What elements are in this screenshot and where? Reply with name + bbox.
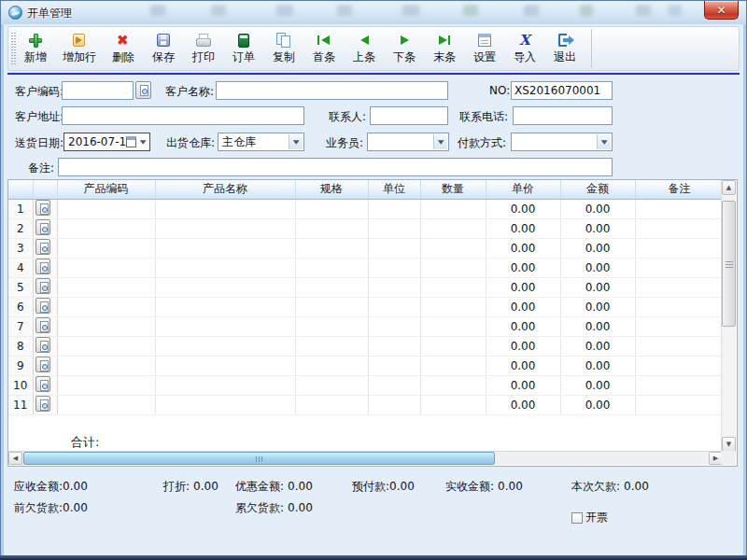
remark-cell[interactable] xyxy=(635,356,724,375)
product-lookup-button[interactable] xyxy=(35,200,50,216)
quantity-cell[interactable] xyxy=(420,356,486,375)
spec-cell[interactable] xyxy=(295,356,368,375)
remark-cell[interactable] xyxy=(635,277,724,297)
phone-input[interactable] xyxy=(513,106,613,125)
quantity-cell[interactable] xyxy=(420,297,486,316)
scroll-down-icon[interactable]: ▼ xyxy=(722,437,736,452)
customer-lookup-button[interactable] xyxy=(135,81,151,99)
unit-price-cell[interactable]: 0.00 xyxy=(486,199,560,218)
product-name-cell[interactable] xyxy=(155,258,295,277)
product-name-cell[interactable] xyxy=(155,218,295,238)
unit-cell[interactable] xyxy=(368,375,420,395)
spec-cell[interactable] xyxy=(295,297,368,316)
amount-cell[interactable]: 0.00 xyxy=(560,336,635,356)
amount-cell[interactable]: 0.00 xyxy=(560,238,635,258)
product-lookup-button[interactable] xyxy=(35,298,50,314)
product-lookup-button[interactable] xyxy=(35,396,50,412)
quantity-cell[interactable] xyxy=(420,316,486,336)
vertical-scrollbar[interactable]: ▲ ▼ xyxy=(721,180,736,452)
remark-cell[interactable] xyxy=(635,316,724,336)
unit-price-cell[interactable]: 0.00 xyxy=(486,336,560,356)
unit-price-cell[interactable]: 0.00 xyxy=(486,375,560,395)
amount-cell[interactable]: 0.00 xyxy=(560,297,635,316)
remark-cell[interactable] xyxy=(635,297,724,316)
horizontal-scrollbar[interactable]: ◀ ▶ xyxy=(8,451,723,465)
quantity-cell[interactable] xyxy=(420,199,486,218)
product-lookup-button[interactable] xyxy=(35,219,50,235)
remark-cell[interactable] xyxy=(635,218,724,238)
quantity-cell[interactable] xyxy=(420,375,486,395)
unit-cell[interactable] xyxy=(368,336,420,356)
amount-cell[interactable]: 0.00 xyxy=(560,395,635,414)
unit-price-cell[interactable]: 0.00 xyxy=(486,277,560,297)
customer-name-input[interactable] xyxy=(216,81,448,100)
remark-cell[interactable] xyxy=(635,258,724,277)
product-code-cell[interactable] xyxy=(57,238,155,258)
product-code-cell[interactable] xyxy=(57,356,155,375)
spec-cell[interactable] xyxy=(295,395,368,414)
product-code-cell[interactable] xyxy=(57,199,155,218)
unit-price-cell[interactable]: 0.00 xyxy=(486,395,560,414)
quantity-cell[interactable] xyxy=(420,218,486,238)
product-code-cell[interactable] xyxy=(57,395,155,414)
toolbar-button-save[interactable]: 保存 xyxy=(146,30,181,67)
toolbar-button-prev[interactable]: 上条 xyxy=(346,30,382,67)
unit-cell[interactable] xyxy=(368,297,420,316)
spec-cell[interactable] xyxy=(295,218,368,238)
product-code-cell[interactable] xyxy=(57,218,155,238)
product-code-cell[interactable] xyxy=(57,336,155,356)
product-lookup-button[interactable] xyxy=(35,376,50,392)
toolbar-button-next[interactable]: 下条 xyxy=(387,30,422,67)
spec-cell[interactable] xyxy=(295,258,368,277)
toolbar-button-settings[interactable]: 设置 xyxy=(467,30,502,67)
amount-cell[interactable]: 0.00 xyxy=(560,199,635,218)
product-name-cell[interactable] xyxy=(155,356,295,375)
product-code-cell[interactable] xyxy=(57,297,155,316)
product-lookup-button[interactable] xyxy=(35,259,50,274)
salesman-select[interactable] xyxy=(367,133,449,151)
order-no-input[interactable] xyxy=(511,81,613,100)
customer-code-input[interactable] xyxy=(62,81,134,100)
toolbar-button-order[interactable]: 订单 xyxy=(226,30,261,67)
product-name-cell[interactable] xyxy=(155,395,295,414)
toolbar-button-add-row[interactable]: 增加行 xyxy=(58,30,101,67)
spec-cell[interactable] xyxy=(295,199,368,218)
unit-cell[interactable] xyxy=(368,316,420,336)
unit-price-cell[interactable]: 0.00 xyxy=(486,356,560,375)
spec-cell[interactable] xyxy=(295,316,368,336)
product-lookup-button[interactable] xyxy=(35,357,50,372)
product-name-cell[interactable] xyxy=(155,297,295,316)
toolbar-button-copy[interactable]: 复制 xyxy=(266,30,302,67)
product-code-cell[interactable] xyxy=(57,258,155,277)
unit-cell[interactable] xyxy=(368,395,420,414)
amount-cell[interactable]: 0.00 xyxy=(560,375,635,395)
contact-input[interactable] xyxy=(370,106,448,125)
scroll-left-icon[interactable]: ◀ xyxy=(8,452,22,465)
product-code-cell[interactable] xyxy=(57,316,155,336)
remark-cell[interactable] xyxy=(635,375,724,395)
warehouse-select[interactable]: 主仓库 xyxy=(218,133,304,151)
amount-cell[interactable]: 0.00 xyxy=(560,316,635,336)
unit-price-cell[interactable]: 0.00 xyxy=(486,218,560,238)
quantity-cell[interactable] xyxy=(420,277,486,297)
remark-cell[interactable] xyxy=(635,238,724,258)
amount-cell[interactable]: 0.00 xyxy=(560,218,635,238)
toolbar-button-import[interactable]: 导入 xyxy=(507,30,543,67)
vertical-scroll-thumb[interactable] xyxy=(722,201,736,327)
product-name-cell[interactable] xyxy=(155,316,295,336)
amount-cell[interactable]: 0.00 xyxy=(560,277,635,297)
invoice-checkbox[interactable]: 开票 xyxy=(571,510,608,525)
spec-cell[interactable] xyxy=(295,336,368,356)
product-name-cell[interactable] xyxy=(155,277,295,297)
toolbar-button-delete[interactable]: 删除 xyxy=(106,30,141,67)
close-button[interactable]: ✕ xyxy=(704,1,739,20)
unit-cell[interactable] xyxy=(368,258,420,277)
quantity-cell[interactable] xyxy=(420,258,486,277)
remark-cell[interactable] xyxy=(635,395,724,414)
unit-cell[interactable] xyxy=(368,277,420,297)
toolbar-button-print[interactable]: 打印 xyxy=(186,30,221,67)
spec-cell[interactable] xyxy=(295,238,368,258)
product-name-cell[interactable] xyxy=(155,238,295,258)
unit-cell[interactable] xyxy=(368,199,420,218)
remark-input[interactable] xyxy=(58,158,613,176)
